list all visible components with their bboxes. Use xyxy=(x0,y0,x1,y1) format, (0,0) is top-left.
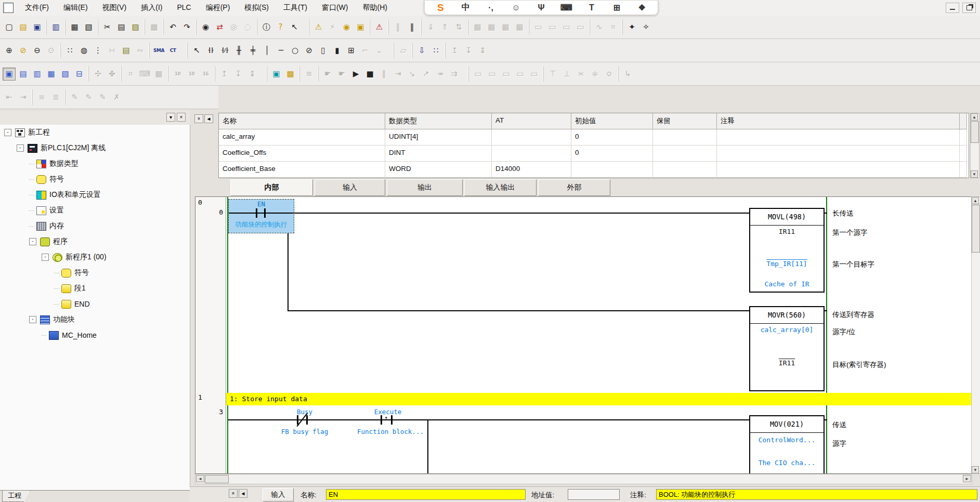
work-online-icon[interactable]: ▣ xyxy=(270,68,283,81)
draw-3-icon[interactable]: ✎ xyxy=(96,91,109,104)
auto-allocate-2-icon[interactable]: ↧ xyxy=(462,44,475,57)
undo-icon[interactable]: ↶ xyxy=(166,21,179,34)
statusbar-close-button[interactable]: × xyxy=(229,489,238,498)
rung1-comment-bar[interactable]: 1: Store input data xyxy=(226,393,972,405)
change-order-icon[interactable]: ▩ xyxy=(148,21,161,34)
online-edit-compile-icon[interactable]: ⚡ xyxy=(326,21,339,34)
compile-to-file-icon[interactable]: ▥ xyxy=(49,21,62,34)
ladder-scroll-up[interactable]: ▲ xyxy=(972,197,979,204)
contact-nc-icon[interactable]: ┨/┠ xyxy=(218,44,231,57)
fb-parameter-icon[interactable]: ⌐ xyxy=(359,44,372,57)
expand-box-icon[interactable]: - xyxy=(29,316,36,323)
about-icon[interactable]: ⓘ xyxy=(260,21,273,34)
expand-box-icon[interactable]: - xyxy=(29,238,36,245)
monitor-window-3-icon[interactable]: ▦ xyxy=(499,21,512,34)
copy-icon[interactable]: ▤ xyxy=(115,21,128,34)
print-icon[interactable]: ▦ xyxy=(68,21,81,34)
column-header-初始值[interactable]: 初始值 xyxy=(571,113,653,129)
ladder-hscrollbar[interactable]: ◄ ► xyxy=(195,474,972,484)
fb-library-icon[interactable]: ∷ xyxy=(429,44,442,57)
tree-item-段1[interactable]: 段1 xyxy=(0,281,190,296)
menu-item-0[interactable]: 文件(F) xyxy=(18,1,56,15)
vartable-scroll-down[interactable]: ▼ xyxy=(971,170,978,178)
fb-instance-icon[interactable]: ✤ xyxy=(106,68,119,81)
sogou-logo-icon[interactable]: S xyxy=(428,2,453,14)
column-header-名称[interactable]: 名称 xyxy=(219,113,385,129)
tree-item-设置[interactable]: 设置 xyxy=(0,203,190,218)
ladder-scroll-thumb[interactable] xyxy=(972,205,980,253)
watch-window-3-icon[interactable]: ▭ xyxy=(500,68,513,81)
contact-or-no-icon[interactable]: ╫ xyxy=(232,44,245,57)
zoom-in-icon[interactable]: ⊕ xyxy=(3,44,16,57)
menu-item-9[interactable]: 帮助(H) xyxy=(355,1,394,15)
tree-item-新工程[interactable]: -新工程 xyxy=(0,125,190,140)
cell[interactable]: WORD xyxy=(385,162,492,178)
cut-icon[interactable]: ✂ xyxy=(101,21,114,34)
protection-icon[interactable]: ✦ xyxy=(625,21,638,34)
auto-allocate-3-icon[interactable]: ↨ xyxy=(476,44,489,57)
chinese-mode-icon[interactable]: 中 xyxy=(453,2,478,13)
tree-item-新程序1 (00)[interactable]: -新程序1 (00) xyxy=(0,249,190,265)
find-report-icon[interactable]: ◉ xyxy=(340,21,353,34)
cell[interactable] xyxy=(492,129,571,146)
monitor-window-1-icon[interactable]: ▦ xyxy=(471,21,484,34)
show-ct-icon[interactable]: CT xyxy=(166,44,179,57)
cell[interactable]: Coefficie_Offs xyxy=(219,146,385,162)
contact-no-icon[interactable]: ┨┠ xyxy=(204,44,217,57)
find-fb-icon[interactable]: ◎ xyxy=(227,21,240,34)
instruction-box-icon[interactable]: ▯ xyxy=(317,44,330,57)
word-comment-icon[interactable]: ◍ xyxy=(77,44,90,57)
watch-window-4-icon[interactable]: ▭ xyxy=(514,68,527,81)
zoom-out-icon[interactable]: ⊖ xyxy=(31,44,44,57)
pv-1-icon[interactable]: ⊤ xyxy=(546,68,559,81)
context-help-icon[interactable]: ↖ xyxy=(288,21,301,34)
fb-tab-输入输出[interactable]: 输入输出 xyxy=(464,179,537,196)
signed-decimal-display-icon[interactable]: 10 xyxy=(185,68,198,81)
compile-icon[interactable]: ⚠ xyxy=(312,21,325,34)
pv-2-icon[interactable]: ⊥ xyxy=(560,68,573,81)
cycle-time-icon[interactable]: ∿ xyxy=(593,21,606,34)
pv-5-icon[interactable]: ≎ xyxy=(603,68,616,81)
return-jump-icon[interactable]: ↳ xyxy=(621,68,634,81)
toolbox-icon[interactable]: ⊞ xyxy=(604,3,629,12)
project-workspace-tab[interactable]: 工程 xyxy=(2,491,30,502)
menu-item-7[interactable]: 工具(T) xyxy=(276,1,315,15)
movr-block[interactable]: MOVR(560) calc_array[0] IR11 xyxy=(749,306,825,391)
monitor-window-2-icon[interactable]: ▦ xyxy=(485,21,498,34)
expand-box-icon[interactable]: - xyxy=(42,254,49,261)
verify-icon[interactable]: ⇅ xyxy=(452,21,465,34)
vartable-scroll-up[interactable]: ▲ xyxy=(971,113,978,121)
vartable-prev-button[interactable]: ◄ xyxy=(204,114,213,123)
ladder-vscrollbar[interactable]: ▲ ▼ xyxy=(971,196,980,474)
download-icon[interactable]: ⇓ xyxy=(424,21,437,34)
draw-1-icon[interactable]: ✎ xyxy=(68,91,81,104)
vartable-scrollbar[interactable]: ▲ ▼ xyxy=(970,113,979,178)
minimize-button[interactable] xyxy=(946,3,959,13)
pv-4-icon[interactable]: ≑ xyxy=(589,68,602,81)
menu-item-8[interactable]: 窗口(W) xyxy=(315,1,356,15)
hex-monitor-icon[interactable]: ⌗ xyxy=(124,68,137,81)
new-icon[interactable]: ▢ xyxy=(3,21,16,34)
cell[interactable] xyxy=(571,162,653,178)
watch-3-icon[interactable]: ▭ xyxy=(560,21,573,34)
tree-item-数据类型[interactable]: 数据类型 xyxy=(0,156,190,171)
cell[interactable] xyxy=(653,162,717,178)
cell[interactable] xyxy=(960,129,967,146)
upload-icon[interactable]: ⇑ xyxy=(438,21,451,34)
menu-item-3[interactable]: 插入(I) xyxy=(134,1,169,15)
cell[interactable] xyxy=(492,146,571,162)
comment-field[interactable] xyxy=(656,489,977,500)
tree-item-程序[interactable]: -程序 xyxy=(0,234,190,249)
force-cancel-icon[interactable]: ↨ xyxy=(246,68,259,81)
punctuation-icon[interactable]: ·, xyxy=(478,3,503,12)
monitor-mode-toggle-icon[interactable]: ▩ xyxy=(284,68,297,81)
open-icon[interactable]: ▤ xyxy=(17,21,30,34)
vertical-line-icon[interactable]: │ xyxy=(260,44,273,57)
pause-run-icon[interactable]: ‖ xyxy=(377,68,390,81)
cell[interactable] xyxy=(717,129,960,146)
menu-item-2[interactable]: 视图(V) xyxy=(95,1,134,15)
statusbar-prev-button[interactable]: ◄ xyxy=(239,489,247,498)
tree-item-END[interactable]: END xyxy=(0,296,190,312)
save-icon[interactable]: ▣ xyxy=(31,21,44,34)
grid-icon[interactable]: ∷ xyxy=(63,44,76,57)
